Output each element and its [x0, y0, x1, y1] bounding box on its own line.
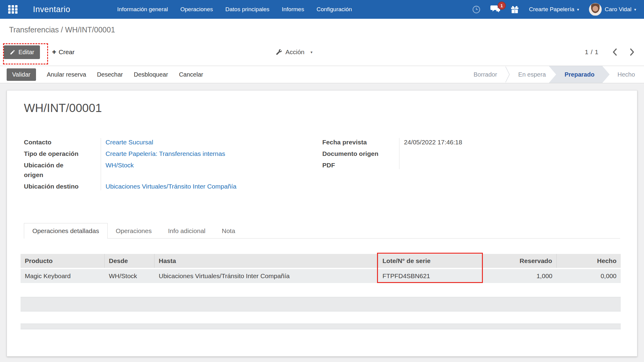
empty-row-band [21, 297, 621, 311]
field-label-ubicacion-destino: Ubicación destino [24, 182, 101, 191]
apps-grid-icon[interactable] [8, 5, 18, 14]
stage-hecho[interactable]: Hecho [610, 66, 643, 83]
field-contacto: Contacto Crearte Sucursal [24, 137, 310, 148]
stage-en-espera[interactable]: En espera [510, 66, 554, 83]
empty-row-band [21, 324, 621, 329]
chevron-down-icon: ▾ [577, 7, 579, 12]
statusbar: Validar Anular reserva Desechar Desbloqu… [0, 66, 644, 83]
top-navbar: Inventario Información general Operacion… [0, 0, 644, 19]
status-pipeline: Borrador En espera Preparado Hecho [466, 66, 643, 83]
cell-hecho[interactable]: 0,000 [557, 269, 621, 283]
field-label-ubicacion-origen: Ubicación de origen [24, 160, 101, 180]
navbar-systray: 1 Crearte Papelería ▾ Caro Vidal ▾ [472, 3, 636, 16]
message-count-badge: 1 [498, 2, 506, 10]
cell-hasta[interactable]: Ubicaciones Virtuales/Tránsito Inter Com… [154, 269, 378, 283]
field-label-contacto: Contacto [24, 137, 101, 147]
stage-separator-icon [505, 66, 510, 83]
pager-previous-icon[interactable] [612, 48, 617, 56]
operations-table: Producto Desde Hasta Lote/N° de serie Re… [21, 254, 621, 283]
pager-value: 1 / 1 [585, 48, 599, 56]
field-value-contacto-link[interactable]: Crearte Sucursal [106, 139, 153, 146]
unlock-button[interactable]: Desbloquear [134, 71, 168, 78]
tab-operaciones-detalladas[interactable]: Operaciones detalladas [24, 223, 108, 239]
label-separator [101, 138, 101, 190]
statusbar-buttons: Validar Anular reserva Desechar Desbloqu… [7, 68, 203, 81]
cell-producto[interactable]: Magic Keyboard [21, 269, 105, 283]
field-value-fecha-prevista: 24/05/2022 17:46:18 [399, 137, 462, 147]
col-header-reservado[interactable]: Reservado [483, 254, 557, 268]
table-row[interactable]: Magic Keyboard WH/Stock Ubicaciones Virt… [21, 269, 621, 283]
field-tipo-operacion: Tipo de operación Crearte Papelería: Tra… [24, 148, 310, 160]
field-label-tipo-operacion: Tipo de operación [24, 149, 101, 159]
col-header-desde[interactable]: Desde [105, 254, 154, 268]
pager-next-icon[interactable] [629, 48, 635, 56]
action-menu-button[interactable]: Acción ▾ [276, 48, 313, 56]
menu-informes[interactable]: Informes [282, 6, 304, 13]
content-area: WH/INT/00001 Contacto Crearte Sucursal T… [0, 83, 644, 362]
field-value-tipo-operacion-link[interactable]: Crearte Papelería: Transferencias intern… [106, 150, 225, 157]
form-sheet: WH/INT/00001 Contacto Crearte Sucursal T… [7, 90, 637, 357]
activities-clock-icon[interactable] [472, 5, 480, 14]
col-header-producto[interactable]: Producto [21, 254, 105, 268]
user-avatar [589, 3, 602, 16]
main-menu: Información general Operaciones Datos pr… [117, 6, 352, 13]
create-button[interactable]: + Crear [52, 48, 75, 56]
notebook-tabs: Operaciones detalladas Operaciones Info … [24, 223, 620, 239]
tab-nota[interactable]: Nota [214, 223, 243, 239]
pager: 1 / 1 [585, 48, 635, 56]
control-panel: Transferencias / WH/INT/00001 Editar + C… [0, 19, 644, 66]
field-value-documento-origen [399, 149, 404, 159]
breadcrumb[interactable]: Transferencias / WH/INT/00001 [9, 25, 115, 34]
field-label-fecha-prevista: Fecha prevista [322, 137, 399, 147]
stage-borrador[interactable]: Borrador [466, 66, 505, 83]
menu-informacion-general[interactable]: Información general [117, 6, 168, 13]
edit-button[interactable]: Editar [4, 45, 40, 59]
pencil-icon [10, 49, 15, 55]
menu-operaciones[interactable]: Operaciones [181, 6, 213, 13]
label-separator [399, 138, 399, 169]
wrench-icon [276, 49, 282, 55]
unreserve-button[interactable]: Anular reserva [47, 71, 86, 78]
chevron-down-icon: ▾ [634, 7, 636, 12]
field-label-pdf: PDF [322, 160, 399, 170]
cancel-button[interactable]: Cancelar [179, 71, 203, 78]
tab-operaciones[interactable]: Operaciones [108, 223, 160, 239]
create-button-label: Crear [59, 48, 75, 56]
messages-chat-icon[interactable]: 1 [490, 5, 500, 14]
col-header-hasta[interactable]: Hasta [154, 254, 378, 268]
menu-configuracion[interactable]: Configuración [317, 6, 352, 13]
scrap-button[interactable]: Desechar [97, 71, 123, 78]
company-switcher[interactable]: Crearte Papelería ▾ [529, 6, 579, 13]
tab-info-adicional[interactable]: Info adicional [160, 223, 214, 239]
cell-reservado[interactable]: 1,000 [483, 269, 557, 283]
field-ubicacion-origen: Ubicación de origen WH/Stock [24, 160, 310, 181]
company-name: Crearte Papelería [529, 6, 574, 13]
menu-datos-principales[interactable]: Datos principales [225, 6, 269, 13]
stage-preparado-active[interactable]: Preparado [549, 66, 610, 83]
field-label-documento-origen: Documento origen [322, 149, 399, 159]
field-documento-origen: Documento origen [322, 148, 608, 160]
cell-lote-serie[interactable]: FTPFD4SBN621 [378, 269, 483, 283]
user-menu[interactable]: Caro Vidal ▾ [589, 3, 636, 16]
app-title[interactable]: Inventario [33, 5, 70, 14]
col-header-hecho[interactable]: Hecho [557, 254, 621, 268]
col-header-lote-serie[interactable]: Lote/N° de serie [378, 254, 483, 268]
cell-desde[interactable]: WH/Stock [105, 269, 154, 283]
edit-button-label: Editar [18, 49, 34, 56]
plus-icon: + [52, 48, 56, 56]
field-group-left: Contacto Crearte Sucursal Tipo de operac… [24, 137, 310, 192]
chevron-down-icon: ▾ [311, 50, 313, 54]
field-pdf: PDF [322, 160, 608, 171]
field-fecha-prevista: Fecha prevista 24/05/2022 17:46:18 [322, 137, 608, 148]
validate-button[interactable]: Validar [7, 68, 36, 81]
field-ubicacion-destino: Ubicación destino Ubicaciones Virtuales/… [24, 181, 310, 192]
action-menu-label: Acción [285, 48, 304, 56]
field-value-ubicacion-destino-link[interactable]: Ubicaciones Virtuales/Tránsito Inter Com… [106, 183, 236, 190]
gift-icon[interactable] [510, 5, 519, 14]
field-value-ubicacion-origen-link[interactable]: WH/Stock [106, 162, 134, 169]
field-value-pdf [399, 160, 404, 170]
field-group-right: Fecha prevista 24/05/2022 17:46:18 Docum… [322, 137, 608, 171]
record-title: WH/INT/00001 [24, 101, 102, 115]
user-name: Caro Vidal [605, 6, 631, 13]
edit-button-wrap: Editar [4, 45, 40, 59]
